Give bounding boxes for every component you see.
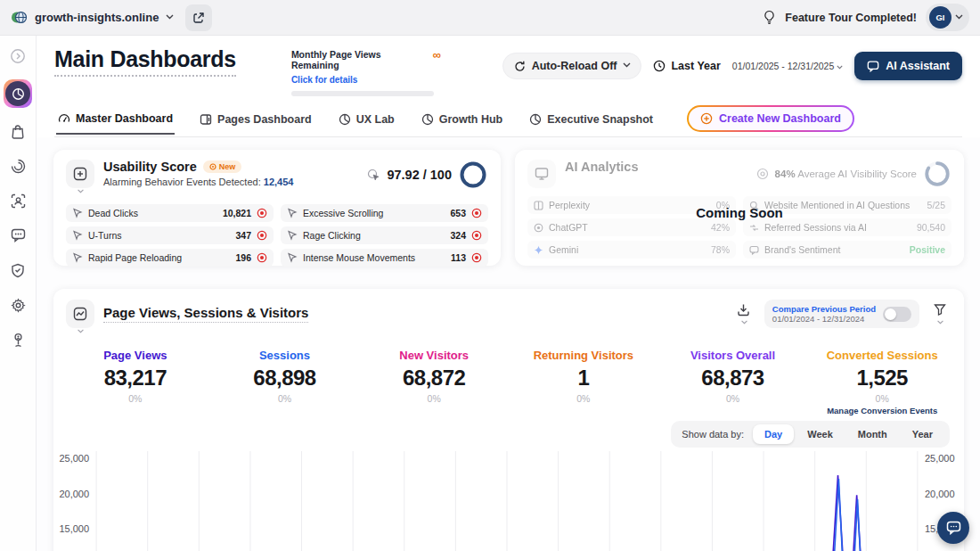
chat-icon (11, 228, 26, 243)
new-badge: New (203, 160, 242, 173)
sidebar-item-store[interactable] (6, 119, 29, 143)
period-selector[interactable]: Last Year (653, 60, 720, 72)
chevron-down-icon[interactable] (740, 320, 747, 327)
ai-item-brand-sentiment: Brand's Sentiment Positive (743, 241, 951, 259)
granularity-month[interactable]: Month (846, 424, 899, 444)
usability-item-rapid-page-reloading[interactable]: Rapid Page Reloading 196 (66, 249, 274, 267)
compare-toggle[interactable] (883, 307, 911, 322)
usability-item-intense-mouse-movements[interactable]: Intense Mouse Movements 113 (281, 249, 488, 267)
traffic-line-chart: 25,00025,00020,00020,00015,00015,00010,0… (53, 451, 964, 551)
clock-icon (653, 60, 666, 72)
tab-executive-snapshot[interactable]: Executive Snapshot (527, 108, 655, 134)
chevron-down-icon[interactable] (77, 189, 84, 196)
widget-menu-button[interactable] (66, 160, 94, 188)
quota-title: Monthly Page Views Remaining (291, 49, 405, 70)
dashboard-content: Usability Score New Alarming Behavior Ev… (37, 137, 980, 551)
site-selector[interactable]: growth-insights.online (11, 9, 173, 26)
sidebar-item-user-analytics[interactable] (6, 189, 29, 212)
tab-growth-hub[interactable]: Growth Hub (420, 108, 505, 134)
chat-icon (946, 521, 961, 535)
tab-ux-lab[interactable]: UX Lab (337, 108, 396, 134)
sidebar-item-session-replays[interactable] (6, 154, 29, 177)
main-area: Main Dashboards Monthly Page Views Remai… (37, 36, 980, 551)
sidebar-item-privacy[interactable] (6, 259, 29, 282)
support-chat-button[interactable] (937, 512, 969, 544)
chevron-down-icon[interactable] (936, 320, 943, 327)
create-new-dashboard-button[interactable]: Create New Dashboard (687, 105, 854, 132)
page-header: Main Dashboards Monthly Page Views Remai… (37, 36, 980, 137)
date-range[interactable]: 01/01/2025 - 12/31/2025 (732, 61, 843, 71)
svg-text:25,000: 25,000 (925, 453, 955, 464)
external-link-icon (192, 12, 205, 24)
quota-details-link[interactable]: Click for details (291, 75, 357, 85)
monitor-icon (527, 160, 556, 188)
metric-sessions: Sessions 68,898 0% (210, 349, 360, 415)
sidebar-item-settings[interactable] (6, 293, 29, 317)
chevron-down-icon[interactable] (77, 329, 84, 336)
usability-item-dead-clicks[interactable]: Dead Clicks 10,821 (66, 204, 274, 222)
infinity-icon: ∞ (433, 49, 441, 61)
add-widget-icon (73, 167, 87, 181)
ai-score-ring (923, 160, 951, 188)
metrics-row: Page Views 83,217 0% Sessions 68,898 0% … (53, 349, 964, 415)
usability-item-rage-clicking[interactable]: Rage Clicking 324 (281, 226, 488, 244)
download-icon (737, 303, 750, 317)
ai-item-referred-sessions: Referred Sessions via AI 90,540 (743, 218, 951, 236)
card-title: AI Analytics (565, 160, 638, 174)
ai-visibility-score: 84% Average AI Visibility Score (775, 169, 917, 179)
granularity-day[interactable]: Day (753, 424, 794, 444)
granularity-week[interactable]: Week (796, 424, 845, 444)
sidebar-item-user-journeys[interactable] (6, 328, 29, 351)
sidebar-item-feedback[interactable] (6, 224, 29, 247)
plus-circle-icon (700, 112, 713, 125)
compare-previous-period: Compare Previous Period 01/01/2024 - 12/… (764, 300, 919, 328)
collapse-sidebar-button[interactable] (6, 45, 29, 68)
svg-text:20,000: 20,000 (59, 489, 89, 499)
auto-reload-select[interactable]: Auto-Reload Off (502, 53, 642, 79)
sidebar-item-dashboards[interactable] (4, 79, 32, 108)
widget-menu-button[interactable] (66, 300, 94, 328)
pie-circle-icon (529, 113, 542, 126)
usability-item-u-turns[interactable]: U-Turns 347 (66, 226, 274, 244)
show-data-by-label: Show data by: (676, 429, 751, 440)
avatar: GI (929, 6, 951, 29)
pie-chart-icon (5, 81, 30, 106)
card-title: Usability Score (103, 160, 197, 174)
quota-progress-bar (291, 91, 434, 96)
view-recordings-icon[interactable] (471, 230, 482, 241)
tab-pages-dashboard[interactable]: Pages Dashboard (198, 108, 314, 134)
view-recordings-icon[interactable] (257, 230, 267, 241)
view-recordings-icon[interactable] (471, 208, 482, 218)
chat-icon (867, 61, 879, 72)
granularity-year[interactable]: Year (901, 424, 944, 444)
open-site-button[interactable] (185, 4, 212, 31)
cursor-icon (72, 230, 83, 241)
gemini-icon (534, 245, 543, 255)
metric-converted-sessions: Converted Sessions 1,525 0% Manage Conve… (807, 349, 957, 415)
filter-button[interactable] (930, 300, 950, 319)
ai-assistant-button[interactable]: AI Assistant (854, 52, 962, 80)
manage-conversion-events-link[interactable]: Manage Conversion Events (807, 406, 957, 415)
topbar: growth-insights.online Feature Tour Comp… (0, 0, 980, 36)
ai-analytics-card: AI Analytics 84% Average AI Visibility S… (515, 150, 964, 266)
chevron-down-icon (166, 14, 173, 21)
chat-icon (749, 245, 759, 255)
export-button[interactable] (734, 300, 754, 319)
swirl-icon (11, 159, 26, 174)
metric-page-views: Page Views 83,217 0% (61, 349, 210, 415)
usability-score-card: Usability Score New Alarming Behavior Ev… (53, 150, 501, 266)
usability-items-grid: Dead Clicks 10,821 Excessive Scrolling 6… (66, 204, 488, 267)
traffic-chart-area: 25,00025,00020,00020,00015,00015,00010,0… (53, 451, 964, 551)
coming-soon-overlay: Coming Soon (515, 205, 964, 220)
metric-visitors-overall: Visitors Overall 68,873 0% (658, 349, 808, 415)
view-recordings-icon[interactable] (257, 208, 267, 218)
tab-master-dashboard[interactable]: Master Dashboard (56, 107, 175, 135)
view-recordings-icon[interactable] (471, 252, 482, 263)
view-recordings-icon[interactable] (257, 252, 267, 263)
cursor-icon (287, 252, 298, 263)
refresh-icon (514, 61, 526, 72)
account-menu[interactable]: GI (926, 4, 969, 31)
usability-item-excessive-scrolling[interactable]: Excessive Scrolling 653 (281, 204, 488, 222)
person-pin-icon (12, 333, 25, 348)
traffic-section-card: Page Views, Sessions & Visitors Compare … (53, 289, 964, 551)
